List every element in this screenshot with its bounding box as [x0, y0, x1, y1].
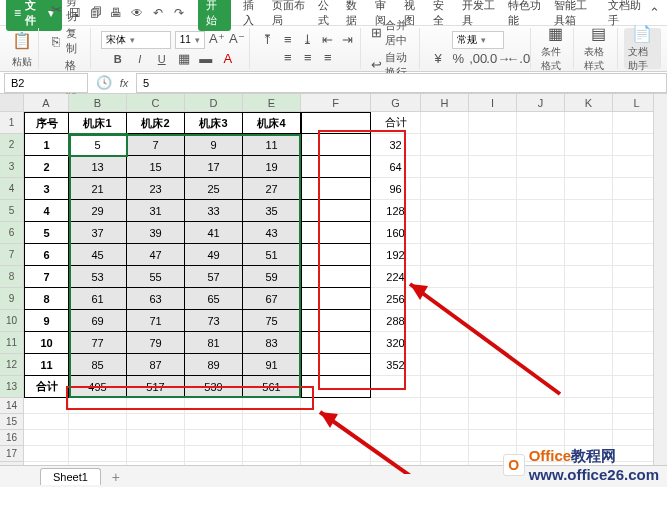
history-icon[interactable]: 🕓	[96, 75, 112, 91]
cell[interactable]: 64	[371, 156, 421, 178]
col-header[interactable]: I	[469, 94, 517, 112]
cell[interactable]: 1	[24, 134, 69, 156]
cell[interactable]	[565, 156, 613, 178]
cell[interactable]	[469, 414, 517, 430]
border-icon[interactable]: ▦	[176, 51, 192, 67]
cell[interactable]: 6	[24, 244, 69, 266]
cell[interactable]	[469, 178, 517, 200]
row-header[interactable]: 10	[0, 310, 24, 332]
cell[interactable]	[24, 430, 69, 446]
increase-font-icon[interactable]: A⁺	[209, 31, 225, 47]
name-box[interactable]: B2	[4, 73, 88, 93]
cell[interactable]: 序号	[24, 112, 69, 134]
copy-button[interactable]: ⎘复制	[49, 26, 86, 56]
cut-button[interactable]: ✂剪切	[49, 0, 86, 24]
merge-button[interactable]: ⊞合并居中	[371, 18, 416, 48]
font-name-select[interactable]: 宋体	[101, 31, 171, 49]
cell[interactable]	[127, 398, 185, 414]
cell[interactable]: 35	[243, 200, 301, 222]
cell[interactable]: 19	[243, 156, 301, 178]
sheet-tab-active[interactable]: Sheet1	[40, 468, 101, 485]
cell[interactable]	[127, 414, 185, 430]
fill-color-icon[interactable]: ▬	[198, 51, 214, 67]
undo-icon[interactable]: ↶	[151, 5, 166, 21]
row-header[interactable]: 3	[0, 156, 24, 178]
cell[interactable]	[301, 134, 371, 156]
row-header[interactable]: 5	[0, 200, 24, 222]
doc-assist-icon[interactable]: 📄	[630, 24, 654, 43]
cell[interactable]: 77	[69, 332, 127, 354]
paste-icon[interactable]: 📋	[10, 29, 34, 53]
cell[interactable]	[517, 200, 565, 222]
cell[interactable]: 21	[69, 178, 127, 200]
row-header[interactable]: 2	[0, 134, 24, 156]
cell[interactable]: 59	[243, 266, 301, 288]
cell[interactable]	[421, 200, 469, 222]
cell[interactable]	[185, 430, 243, 446]
cell[interactable]	[127, 430, 185, 446]
menu-data[interactable]: 数据	[346, 0, 363, 28]
print-icon[interactable]: 🖶	[109, 5, 124, 21]
cell[interactable]: 71	[127, 310, 185, 332]
cell[interactable]	[565, 310, 613, 332]
indent-increase-icon[interactable]: ⇥	[340, 32, 356, 48]
cell[interactable]	[24, 414, 69, 430]
cell[interactable]: 55	[127, 266, 185, 288]
cell[interactable]: 9	[24, 310, 69, 332]
cell[interactable]: 57	[185, 266, 243, 288]
cell[interactable]	[301, 222, 371, 244]
formula-bar[interactable]: 5	[136, 73, 667, 93]
cell[interactable]: 39	[127, 222, 185, 244]
cell[interactable]	[565, 266, 613, 288]
cell[interactable]	[24, 398, 69, 414]
cell[interactable]	[517, 414, 565, 430]
col-header[interactable]: A	[24, 94, 69, 112]
cell[interactable]: 47	[127, 244, 185, 266]
menu-insert[interactable]: 插入	[243, 0, 260, 28]
currency-icon[interactable]: ¥	[430, 51, 446, 67]
cell[interactable]: 机床4	[243, 112, 301, 134]
cell[interactable]	[185, 398, 243, 414]
menu-special[interactable]: 特色功能	[508, 0, 542, 28]
bold-icon[interactable]: B	[110, 51, 126, 67]
cell[interactable]	[301, 156, 371, 178]
decrease-font-icon[interactable]: A⁻	[229, 31, 245, 47]
cell[interactable]	[517, 222, 565, 244]
cell[interactable]: 37	[69, 222, 127, 244]
col-header[interactable]: B	[69, 94, 127, 112]
italic-icon[interactable]: I	[132, 51, 148, 67]
row-header[interactable]: 14	[0, 398, 24, 414]
fx-icon[interactable]: fx	[116, 75, 132, 91]
col-header[interactable]: G	[371, 94, 421, 112]
cell[interactable]: 45	[69, 244, 127, 266]
cell[interactable]	[421, 156, 469, 178]
cell[interactable]	[69, 414, 127, 430]
redo-icon[interactable]: ↷	[171, 5, 186, 21]
cell[interactable]: 495	[69, 376, 127, 398]
cell[interactable]: 85	[69, 354, 127, 376]
row-header[interactable]: 6	[0, 222, 24, 244]
row-header[interactable]: 9	[0, 288, 24, 310]
spreadsheet-grid[interactable]: ABCDEFGHIJKL 1序号机床1机床2机床3机床4合计2157911323…	[0, 94, 667, 474]
save-as-icon[interactable]: 🗐	[88, 5, 103, 21]
cell[interactable]	[565, 398, 613, 414]
row-header[interactable]: 8	[0, 266, 24, 288]
cell[interactable]: 17	[185, 156, 243, 178]
font-size-select[interactable]: 11	[175, 31, 205, 49]
add-sheet-button[interactable]: +	[107, 468, 125, 486]
cell[interactable]: 91	[243, 354, 301, 376]
cell[interactable]	[421, 112, 469, 134]
cell[interactable]: 13	[69, 156, 127, 178]
cell[interactable]: 69	[69, 310, 127, 332]
font-color-icon[interactable]: A	[220, 51, 236, 67]
cell[interactable]: 65	[185, 288, 243, 310]
cell[interactable]	[565, 414, 613, 430]
cell[interactable]	[421, 134, 469, 156]
cell[interactable]: 15	[127, 156, 185, 178]
col-header[interactable]: J	[517, 94, 565, 112]
cell[interactable]	[185, 414, 243, 430]
align-right-icon[interactable]: ≡	[320, 50, 336, 66]
cell[interactable]: 61	[69, 288, 127, 310]
row-header[interactable]: 12	[0, 354, 24, 376]
cell[interactable]	[469, 430, 517, 446]
